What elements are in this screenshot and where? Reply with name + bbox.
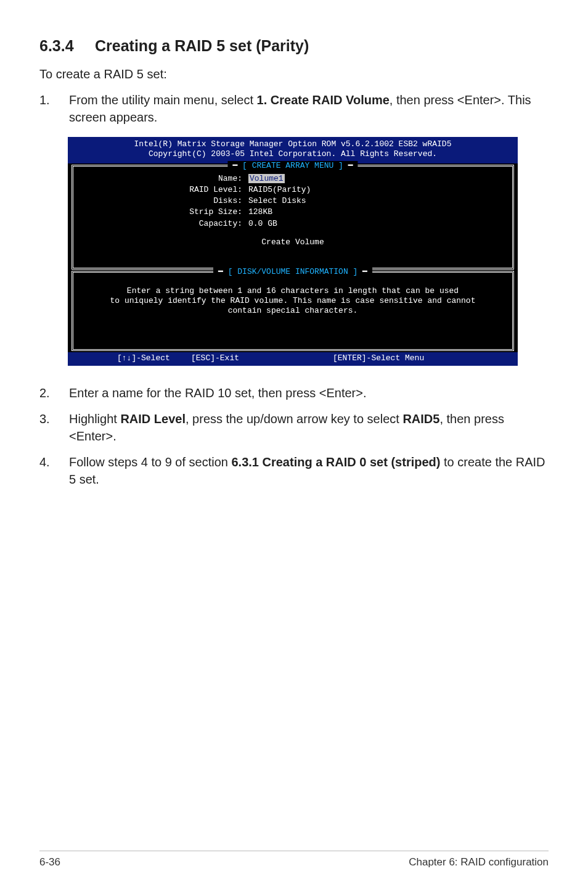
step-number: 2.	[39, 384, 69, 402]
section-title-text: Creating a RAID 5 set (Parity)	[95, 37, 309, 54]
terminal-footer: [↑↓]-Select [ESC]-Exit [ENTER]-Select Me…	[68, 352, 518, 366]
field-label-raidlevel: RAID Level:	[82, 185, 242, 195]
field-value-disks[interactable]: Select Disks	[248, 196, 504, 206]
field-value-stripsize[interactable]: 128KB	[248, 207, 504, 217]
field-value-raidlevel[interactable]: RAID5(Parity)	[248, 185, 504, 195]
step-number: 4.	[39, 453, 69, 488]
step-number: 3.	[39, 410, 69, 445]
field-label-capacity: Capacity:	[82, 219, 242, 229]
header-line-2: Copyright(C) 2003-05 Intel Corporation. …	[71, 149, 514, 159]
section-heading: 6.3.4Creating a RAID 5 set (Parity)	[39, 37, 549, 55]
panel-title-create: [ CREATE ARRAY MENU ]	[227, 161, 357, 171]
text-bold: 6.3.1 Creating a RAID 0 set (striped)	[231, 455, 440, 469]
step-text: From the utility main menu, select 1. Cr…	[69, 91, 549, 126]
field-label-disks: Disks:	[82, 196, 242, 206]
intro-text: To create a RAID 5 set:	[39, 66, 549, 83]
info-line-3: contain special characters.	[228, 306, 358, 315]
text-bold: RAID Level	[120, 412, 186, 426]
step-2: 2. Enter a name for the RAID 10 set, the…	[39, 384, 549, 402]
field-label-name: Name:	[82, 174, 242, 184]
terminal-header: Intel(R) Matrix Storage Manager Option R…	[68, 137, 518, 163]
disk-volume-info-panel: [ DISK/VOLUME INFORMATION ] Enter a stri…	[71, 271, 514, 351]
step-4: 4. Follow steps 4 to 9 of section 6.3.1 …	[39, 453, 549, 488]
bios-terminal: Intel(R) Matrix Storage Manager Option R…	[68, 137, 518, 366]
step-text: Follow steps 4 to 9 of section 6.3.1 Cre…	[69, 453, 549, 488]
text-fragment: From the utility main menu, select	[69, 93, 257, 107]
field-value-capacity[interactable]: 0.0 GB	[248, 219, 504, 229]
field-value-name[interactable]: Volume1	[248, 174, 504, 184]
text-fragment: , press the up/down arrow key to select	[186, 412, 402, 426]
text-bold: 1. Create RAID Volume	[257, 93, 390, 107]
page-footer: 6-36 Chapter 6: RAID configuration	[39, 851, 549, 868]
text-fragment: Highlight	[69, 412, 120, 426]
info-line-2: to uniquely identify the RAID volume. Th…	[110, 296, 476, 305]
chapter-label: Chapter 6: RAID configuration	[409, 856, 549, 868]
text-bold: RAID5	[402, 412, 439, 426]
name-input-highlight[interactable]: Volume1	[248, 174, 285, 183]
create-volume-action[interactable]: Create Volume	[82, 237, 504, 247]
step-text: Enter a name for the RAID 10 set, then p…	[69, 384, 549, 402]
footer-hint-select: [↑↓]-Select	[74, 353, 191, 363]
header-line-1: Intel(R) Matrix Storage Manager Option R…	[71, 139, 514, 149]
info-line-1: Enter a string between 1 and 16 characte…	[127, 286, 459, 295]
text-fragment: Follow steps 4 to 9 of section	[69, 455, 231, 469]
step-1: 1. From the utility main menu, select 1.…	[39, 91, 549, 126]
step-3: 3. Highlight RAID Level, press the up/do…	[39, 410, 549, 445]
footer-hint-exit: [ESC]-Exit	[191, 353, 296, 363]
step-number: 1.	[39, 91, 69, 126]
page-number: 6-36	[39, 856, 60, 868]
step-text: Highlight RAID Level, press the up/down …	[69, 410, 549, 445]
field-label-stripsize: Strip Size:	[82, 207, 242, 217]
footer-hint-enter: [ENTER]-Select Menu	[296, 353, 512, 363]
panel-title-info: [ DISK/VOLUME INFORMATION ]	[213, 267, 372, 277]
create-array-panel: [ CREATE ARRAY MENU ] Name: Volume1 RAID…	[71, 165, 514, 270]
section-number: 6.3.4	[39, 37, 95, 55]
